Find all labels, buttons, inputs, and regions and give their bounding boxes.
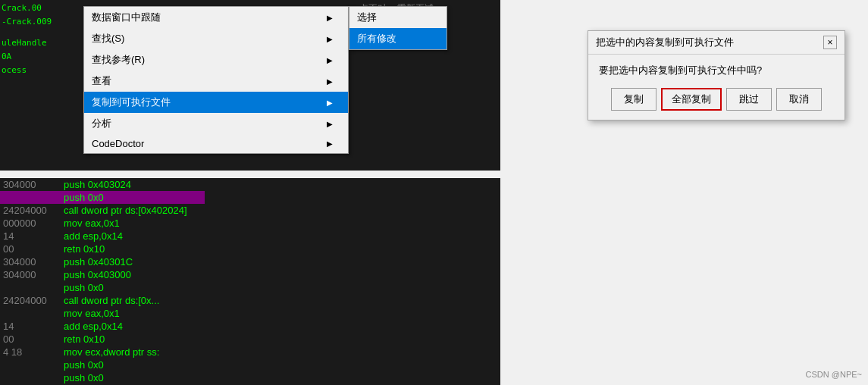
code-line-2: -Crack.009	[2, 15, 91, 29]
disasm-row-10: mov eax,0x1	[0, 307, 205, 320]
dialog-cancel-button[interactable]: 取消	[776, 88, 822, 111]
arrow-icon-3: ▶	[327, 77, 333, 86]
submenu-top: 选择 所有修改	[349, 6, 447, 50]
menu-item-data-follow[interactable]: 数据窗口中跟随 ▶	[84, 7, 348, 28]
disasm-row-1: push 0x0	[0, 191, 205, 204]
disasm-row-15: push 0x0	[0, 371, 205, 384]
arrow-icon-1: ▶	[327, 35, 333, 43]
disasm-row-2: 24204000 call dword ptr ds:[0x402024]	[0, 204, 205, 217]
dialog-copy-all-button[interactable]: 全部复制	[661, 88, 722, 111]
arrow-icon-4: ▶	[327, 99, 333, 107]
top-left-panel: Crack.00 -Crack.009 uleHandle 0A ocess 数…	[0, 0, 500, 171]
menu-item-find-ref[interactable]: 查找参考(R) ▶	[84, 49, 348, 70]
arrow-icon-5: ▶	[327, 120, 333, 128]
submenu-item-select[interactable]: 选择	[349, 7, 447, 28]
disasm-row-0: 304000 push 0x403024	[0, 178, 205, 191]
dialog-title: 把选中的内容复制到可执行文件	[596, 36, 734, 49]
menu-item-view[interactable]: 查看 ▶	[84, 70, 348, 92]
menu-item-codedoctor[interactable]: CodeDoctor ▶	[84, 134, 348, 153]
module-label-1: uleHandle	[2, 36, 91, 50]
disasm-row-4: 14 add esp,0x14	[0, 230, 205, 243]
code-line-1: Crack.00	[2, 2, 91, 15]
module-label-3: ocess	[2, 64, 91, 77]
disasm-row-3: 000000 mov eax,0x1	[0, 217, 205, 230]
dialog-buttons: 复制 全部复制 跳过 取消	[599, 88, 834, 111]
bottom-left-panel: 304000 push 0x403024 push 0x0 24204000 c…	[0, 178, 500, 385]
menu-item-find[interactable]: 查找(S) ▶	[84, 28, 348, 49]
arrow-icon-0: ▶	[327, 14, 333, 22]
dialog-titlebar: 把选中的内容复制到可执行文件 ×	[588, 31, 844, 55]
module-label-2: 0A	[2, 50, 91, 64]
dialog-skip-button[interactable]: 跳过	[726, 88, 772, 111]
menu-item-analyze[interactable]: 分析 ▶	[84, 113, 348, 134]
dialog-body: 要把选中内容复制到可执行文件中吗? 复制 全部复制 跳过 取消	[588, 55, 844, 120]
submenu-item-all-changes[interactable]: 所有修改	[349, 28, 447, 49]
disasm-row-14: push 0x0	[0, 358, 205, 371]
disasm-row-13: 4 18 mov ecx,dword ptr ss:	[0, 346, 205, 358]
disasm-row-9: 24204000 call dword ptr ds:[0x...	[0, 294, 205, 307]
arrow-icon-6: ▶	[327, 139, 333, 148]
dialog-close-button[interactable]: ×	[823, 36, 837, 49]
disasm-row-5: 00 retn 0x10	[0, 243, 205, 255]
disasm-row-8: push 0x0	[0, 281, 205, 294]
dialog-copy-button[interactable]: 复制	[611, 88, 656, 111]
disasm-row-12: 00 retn 0x10	[0, 333, 205, 346]
disasm-row-11: 14 add esp,0x14	[0, 320, 205, 333]
dialog-question: 要把选中内容复制到可执行文件中吗?	[599, 64, 834, 77]
watermark: CSDN @NPE~	[806, 370, 862, 379]
context-menu-top: 数据窗口中跟随 ▶ 查找(S) ▶ 查找参考(R) ▶ 查看 ▶ 复制到可执行文…	[83, 6, 349, 154]
dialog-box: 把选中的内容复制到可执行文件 × 要把选中内容复制到可执行文件中吗? 复制 全部…	[588, 30, 845, 121]
disasm-row-7: 304000 push 0x403000	[0, 268, 205, 281]
arrow-icon-2: ▶	[327, 56, 333, 64]
disasm-row-6: 304000 push 0x40301C	[0, 255, 205, 268]
menu-item-copy-to-exe[interactable]: 复制到可执行文件 ▶	[84, 92, 348, 113]
